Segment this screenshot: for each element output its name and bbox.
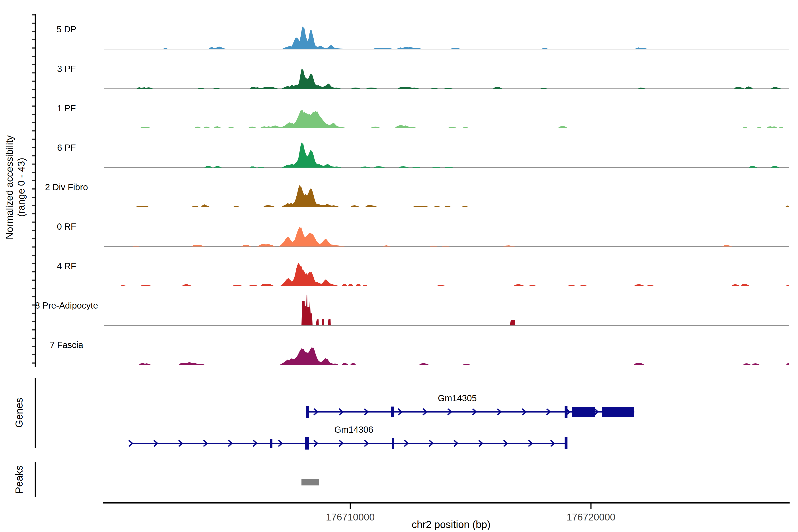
track-label: 4 RF bbox=[57, 261, 76, 271]
track-signal-area bbox=[104, 68, 789, 89]
gene-exon bbox=[305, 437, 309, 450]
gene-exon-box bbox=[572, 407, 595, 417]
accessibility-tracks: 5 DP3 PF1 PF6 PF2 Div Fibro0 RF4 RF8 Pre… bbox=[35, 24, 789, 365]
track-signal-area bbox=[104, 263, 789, 286]
track-5-dp: 5 DP bbox=[57, 24, 789, 49]
genes-section: Genes Gm14305Gm14306 bbox=[13, 378, 634, 450]
gene-exon bbox=[270, 439, 272, 448]
peaks-section: Peaks bbox=[13, 462, 319, 497]
track-signal-area bbox=[104, 227, 789, 247]
track-signal-area bbox=[104, 142, 789, 168]
peak-region-bar bbox=[302, 479, 319, 486]
gene-direction-arrow bbox=[129, 440, 132, 446]
peak-bars bbox=[302, 479, 319, 486]
track-7-fascia: 7 Fascia bbox=[50, 340, 789, 365]
gene-exon bbox=[306, 406, 309, 418]
gene-gm14306: Gm14306 bbox=[129, 425, 568, 450]
x-axis-tick-label: 176710000 bbox=[326, 512, 375, 522]
genes-section-label: Genes bbox=[13, 398, 25, 428]
x-axis: 176710000176720000 chr2 position (bp) bbox=[103, 503, 790, 530]
peaks-section-label: Peaks bbox=[13, 465, 25, 494]
y-axis-label-line2: (range 0 - 43) bbox=[16, 158, 26, 217]
gene-exon bbox=[565, 437, 568, 449]
track-signal-area bbox=[104, 347, 789, 365]
gene-name-label: Gm14306 bbox=[334, 425, 373, 435]
x-axis-tick-label: 176720000 bbox=[567, 512, 615, 522]
track-2-div-fibro: 2 Div Fibro bbox=[45, 182, 789, 207]
y-axis: Normalized accessibility (range 0 - 43) bbox=[4, 14, 36, 367]
gene-exon-box bbox=[602, 407, 634, 417]
track-signal-area bbox=[104, 294, 789, 325]
gene-models: Gm14305Gm14306 bbox=[129, 393, 634, 450]
track-signal-area bbox=[104, 109, 789, 128]
track-label: 2 Div Fibro bbox=[45, 182, 88, 192]
track-signal-area bbox=[104, 185, 789, 207]
track-label: 6 PF bbox=[57, 143, 76, 152]
track-label: 1 PF bbox=[57, 103, 76, 113]
track-label: 7 Fascia bbox=[50, 340, 83, 350]
track-signal-area bbox=[104, 26, 789, 49]
track-label: 5 DP bbox=[57, 24, 76, 34]
gene-name-label: Gm14305 bbox=[438, 393, 477, 403]
x-axis-title: chr2 position (bp) bbox=[412, 519, 490, 530]
gene-exon bbox=[392, 438, 394, 449]
track-3-pf: 3 PF bbox=[57, 64, 789, 89]
track-label: 8 Pre-Adipocyte bbox=[35, 301, 98, 310]
gene-gm14305: Gm14305 bbox=[306, 393, 634, 418]
track-8-pre-adipocyte: 8 Pre-Adipocyte bbox=[35, 294, 789, 325]
figure-canvas: Normalized accessibility (range 0 - 43) … bbox=[0, 0, 798, 532]
gene-exon bbox=[565, 406, 568, 418]
track-label: 3 PF bbox=[57, 64, 76, 74]
track-1-pf: 1 PF bbox=[57, 103, 789, 128]
y-axis-label-line1: Normalized accessibility bbox=[4, 135, 15, 239]
genome-track-figure: Normalized accessibility (range 0 - 43) … bbox=[0, 0, 798, 532]
track-4-rf: 4 RF bbox=[57, 261, 789, 286]
track-0-rf: 0 RF bbox=[57, 222, 789, 247]
track-label: 0 RF bbox=[57, 222, 76, 231]
track-6-pf: 6 PF bbox=[57, 142, 789, 168]
gene-exon bbox=[391, 406, 394, 417]
